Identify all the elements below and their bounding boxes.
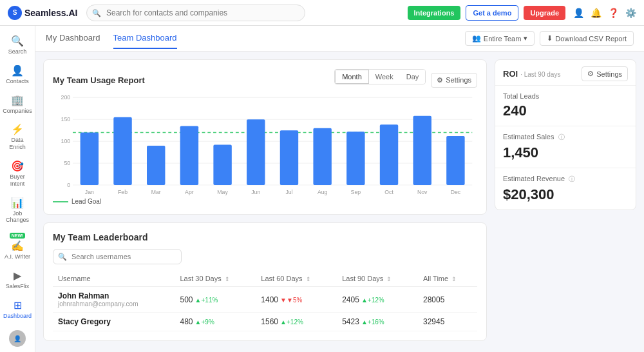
search-icon: 🔍 — [58, 253, 67, 261]
svg-text:Oct: Oct — [384, 189, 393, 195]
change-indicator: ▲+12% — [280, 318, 303, 326]
svg-text:Mar: Mar — [151, 189, 161, 195]
period-month-button[interactable]: Month — [335, 70, 369, 84]
user-circle-icon[interactable]: 👤 — [573, 8, 584, 18]
help-icon[interactable]: ❓ — [608, 8, 619, 18]
right-panel: ROI · Last 90 days ⚙ Settings Total Lead… — [495, 59, 636, 344]
contacts-icon: 👤 — [11, 64, 24, 77]
sidebar-item-label: Companies — [3, 108, 32, 115]
sliders-icon: ⚙ — [437, 76, 443, 84]
roi-subtitle: · Last 90 days — [520, 71, 560, 78]
sidebar-item-job-changes[interactable]: 📊 Job Changes — [0, 193, 35, 228]
global-search: 🔍 — [86, 5, 305, 21]
period-day-button[interactable]: Day — [400, 70, 426, 84]
search-username-input[interactable] — [53, 249, 182, 264]
roi-metric-label: Total Leads — [503, 92, 628, 100]
sidebar-item-label: Data Enrich — [3, 137, 32, 151]
sidebar-item-label: Dashboard — [3, 313, 32, 320]
salesflix-icon: ▶ — [14, 269, 21, 282]
roi-settings-button[interactable]: ⚙ Settings — [582, 66, 628, 81]
svg-rect-23 — [280, 130, 298, 185]
user-info-cell: Stacy Gregory — [53, 313, 175, 331]
svg-text:Feb: Feb — [118, 189, 128, 195]
new-badge: NEW! — [10, 233, 26, 239]
leaderboard-tbody: John Rahmanjohnrahman@company.com500 ▲+1… — [53, 287, 477, 331]
sidebar-item-label: SalesFlix — [6, 283, 30, 290]
roi-card: ROI · Last 90 days ⚙ Settings Total Lead… — [495, 59, 636, 210]
info-icon: ⓘ — [558, 133, 565, 141]
main-panels: My Team Usage Report Month Week Day ⚙ Se… — [35, 52, 644, 352]
sidebar: 🔍 Search 👤 Contacts 🏢 Companies ⚡ Data E… — [0, 26, 35, 352]
buyer-intent-icon: 🎯 — [11, 160, 24, 172]
table-row: John Rahmanjohnrahman@company.com500 ▲+1… — [53, 287, 477, 313]
sidebar-item-companies[interactable]: 🏢 Companies — [0, 90, 35, 119]
upgrade-button[interactable]: Upgrade — [524, 6, 565, 20]
col-last90: Last 90 Days ⇕ — [337, 271, 418, 287]
team-selector-button[interactable]: 👥 Entire Team ▾ — [465, 31, 535, 46]
svg-text:Apr: Apr — [185, 189, 194, 195]
svg-text:0: 0 — [67, 182, 70, 188]
sidebar-item-dashboard[interactable]: ⊞ Dashboard — [0, 295, 35, 324]
sidebar-item-ai-writer[interactable]: NEW! ✍️ A.I. Writer — [0, 229, 35, 264]
sidebar-item-salesflix[interactable]: ▶ SalesFlix — [0, 266, 35, 294]
change-indicator: ▼▼5% — [280, 297, 302, 304]
search-icon: 🔍 — [11, 35, 24, 47]
job-changes-icon: 📊 — [11, 197, 24, 209]
roi-metric-label: Estimated Revenue ⓘ — [503, 175, 628, 184]
get-demo-button[interactable]: Get a demo — [466, 5, 518, 21]
sort-icon: ⇕ — [306, 276, 311, 282]
svg-rect-13 — [113, 117, 131, 185]
sidebar-item-contacts[interactable]: 👤 Contacts — [0, 61, 35, 89]
tabs-right: 👥 Entire Team ▾ ⬇ Download CSV Report — [465, 31, 634, 46]
period-week-button[interactable]: Week — [369, 70, 400, 84]
download-csv-button[interactable]: ⬇ Download CSV Report — [540, 31, 634, 46]
logo-icon: S — [8, 6, 22, 20]
change-indicator: ▲+12% — [361, 297, 384, 304]
svg-text:100: 100 — [61, 138, 71, 144]
sidebar-item-data-enrich[interactable]: ⚡ Data Enrich — [0, 119, 35, 155]
last30-cell: 480 ▲+9% — [175, 313, 256, 331]
left-panel: My Team Usage Report Month Week Day ⚙ Se… — [43, 59, 487, 344]
leaderboard-thead: Username Last 30 Days ⇕ Last 60 Days ⇕ — [53, 271, 477, 287]
chart-settings-button[interactable]: ⚙ Settings — [431, 73, 477, 88]
svg-rect-29 — [380, 124, 398, 185]
download-icon: ⬇ — [547, 34, 553, 43]
body-wrapper: 🔍 Search 👤 Contacts 🏢 Companies ⚡ Data E… — [0, 26, 644, 352]
integrations-button[interactable]: Integrations — [408, 6, 461, 20]
sidebar-item-label: Buyer Intent — [3, 173, 32, 188]
sidebar-item-label: A.I. Writer — [5, 253, 30, 260]
search-input[interactable] — [86, 5, 305, 21]
col-last30: Last 30 Days ⇕ — [175, 271, 256, 287]
svg-text:150: 150 — [61, 116, 71, 122]
svg-rect-19 — [213, 145, 231, 185]
table-row: Stacy Gregory480 ▲+9%1560 ▲+12%5423 ▲+16… — [53, 313, 477, 331]
user-avatar[interactable]: 👤 — [9, 330, 26, 347]
sidebar-item-search[interactable]: 🔍 Search — [0, 31, 35, 59]
change-indicator: ▲+16% — [361, 318, 384, 326]
svg-text:Jan: Jan — [85, 189, 94, 195]
last90-cell: 2405 ▲+12% — [337, 287, 418, 313]
roi-metric-label: Estimated Sales ⓘ — [503, 133, 628, 142]
legend-label: Lead Goal — [71, 198, 101, 205]
col-username: Username — [53, 271, 175, 287]
roi-title: ROI — [503, 69, 518, 79]
nav-icons: 👤 🔔 ❓ ⚙️ — [573, 8, 636, 18]
svg-text:Aug: Aug — [317, 189, 328, 195]
lead-goal-legend: Lead Goal — [53, 198, 477, 205]
roi-metric-estimated-revenue: Estimated Revenue ⓘ $20,300 — [495, 168, 636, 210]
bell-icon[interactable]: 🔔 — [591, 8, 601, 18]
svg-text:200: 200 — [61, 94, 71, 101]
tab-my-dashboard[interactable]: My Dashboard — [46, 28, 100, 49]
ai-writer-icon: ✍️ — [11, 240, 24, 252]
sidebar-item-buyer-intent[interactable]: 🎯 Buyer Intent — [0, 156, 35, 191]
settings-icon[interactable]: ⚙️ — [625, 8, 636, 18]
last90-cell: 5423 ▲+16% — [337, 313, 418, 331]
svg-rect-11 — [80, 133, 99, 185]
svg-text:Nov: Nov — [417, 189, 428, 195]
roi-metric-estimated-sales: Estimated Sales ⓘ 1,450 — [495, 126, 636, 168]
tab-team-dashboard[interactable]: Team Dashboard — [113, 28, 177, 49]
logo: S Seamless.AI — [8, 6, 79, 20]
roi-metric-value: 240 — [503, 103, 628, 119]
change-indicator: ▲+9% — [195, 318, 214, 326]
svg-rect-31 — [413, 116, 431, 185]
